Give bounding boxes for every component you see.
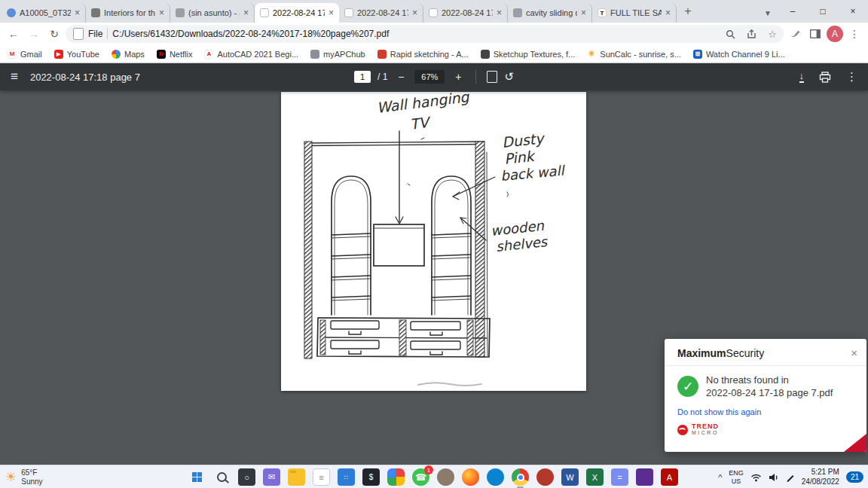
new-tab-button[interactable]: + [679,2,697,20]
maximize-button[interactable]: □ [808,0,838,23]
taskbar-app-icon[interactable] [636,468,653,486]
channel9-icon: ⊞ [693,50,702,59]
bookmark-maps[interactable]: Maps [112,50,145,59]
pdf-page-controls: 1 / 1 − 67% + ↺ [354,70,514,84]
extension-icon[interactable] [786,25,804,43]
firefox-icon[interactable] [462,468,479,486]
netflix-icon: N [157,50,166,59]
tab-close-icon[interactable]: × [329,8,334,18]
page-number-input[interactable]: 1 [354,71,371,83]
bookmark-suncalc[interactable]: ☀SunCalc - sunrise, s... [587,50,681,59]
share-icon[interactable] [743,26,760,42]
tab-5[interactable]: 2022-08-24 17:18 × [339,3,423,23]
pen-icon[interactable] [786,473,795,482]
zoom-level[interactable]: 67% [414,70,445,84]
acrobat-icon[interactable]: A [661,468,678,486]
pdf-more-icon[interactable]: ⋮ [846,70,857,84]
bookmark-myapchub[interactable]: myAPChub [310,50,365,59]
tab-6[interactable]: 2022-08-24 17:10 × [423,3,508,23]
notification-count-badge[interactable]: 21 [846,471,863,483]
clock-widget[interactable]: 5:21 PM 24/08/2022 [802,468,839,486]
bookmark-autocad[interactable]: AAutoCAD 2021 Begi... [204,50,298,59]
wifi-icon[interactable] [750,473,762,482]
tab-3[interactable]: (sin asunto) - ag × [170,3,255,23]
language-switcher[interactable]: ENG US [729,469,744,486]
taskbar-app-icon[interactable]: ∶∶ [338,468,355,486]
sun-icon: ☀ [587,50,596,59]
divider [475,70,476,84]
start-button[interactable] [188,468,206,486]
tab-close-icon[interactable]: × [665,8,671,18]
photos-app-icon[interactable] [387,468,405,486]
volume-icon[interactable] [769,473,779,482]
tab-close-icon[interactable]: × [75,8,80,18]
excel-icon[interactable]: X [586,468,604,486]
time-label: 5:21 PM [811,468,839,477]
mail-app-icon[interactable]: ✉ [263,468,280,486]
language-label: ENG [729,469,744,477]
tab-close-icon[interactable]: × [412,8,417,18]
search-button[interactable] [213,468,231,486]
bookmark-sketchup-textures[interactable]: Sketchup Textures, f... [481,50,576,59]
bookmark-netflix[interactable]: NNetflix [157,50,193,59]
tab-1[interactable]: A10005_0T322: Z × [2,3,86,23]
bookmark-youtube[interactable]: ▶YouTube [54,50,99,59]
browser-menu-icon[interactable]: ⋮ [845,25,863,43]
reload-icon[interactable]: ↻ [45,25,63,43]
pdf-toolbar: ≡ 2022-08-24 17:18 page 7 1 / 1 − 67% + … [0,63,868,90]
tab-7[interactable]: cavity sliding doo × [508,3,592,23]
bookmark-gmail[interactable]: MGmail [8,50,42,59]
tab-4-active[interactable]: 2022-08-24 17:18 × [255,3,339,23]
bookmark-channel9[interactable]: ⊞Watch Channel 9 Li... [693,50,785,59]
camera-app-icon[interactable]: ○ [238,468,255,486]
zoom-in-button[interactable]: + [451,71,465,83]
myapchub-icon [310,50,319,59]
taskbar-app-icon[interactable]: $ [362,468,380,486]
search-icon[interactable] [722,26,738,42]
weather-widget[interactable]: ☀ 65°F Sunny [5,468,43,486]
forward-icon[interactable]: → [25,25,43,43]
notification-close-icon[interactable]: × [851,346,857,359]
chrome-icon[interactable] [512,468,529,486]
taskbar-app-icon[interactable] [437,468,454,486]
temperature-label: 65°F [21,468,42,477]
whatsapp-icon[interactable]: ☎1 [412,468,429,486]
taskbar-app-icon[interactable] [487,468,504,486]
tray-expand-icon[interactable]: ^ [718,473,722,482]
tab-close-icon[interactable]: × [581,8,586,18]
back-icon[interactable]: ← [5,25,23,43]
tab-close-icon[interactable]: × [159,8,164,18]
notepad-app-icon[interactable]: ≡ [313,468,330,486]
do-not-show-link[interactable]: Do not show this again [665,401,866,416]
region-label: US [732,477,741,486]
tab-2[interactable]: Interiors for the le × [86,3,170,23]
tab-strip: A10005_0T322: Z × Interiors for the le ×… [0,0,868,23]
file-explorer-icon[interactable] [288,468,305,486]
tab-label: 2022-08-24 17:18 [273,8,325,17]
download-icon[interactable]: ↓ [799,72,805,83]
tab-favicon [7,8,16,17]
brand-bottom: MICRO [692,430,719,436]
rotate-icon[interactable]: ↺ [504,70,514,84]
bookmark-label: YouTube [67,50,99,59]
tab-close-icon[interactable]: × [243,8,249,18]
bookmark-star-icon[interactable]: ☆ [764,26,781,42]
calculator-icon[interactable]: = [611,468,628,486]
fit-page-icon[interactable] [487,71,497,83]
bookmarks-bar: MGmail ▶YouTube Maps NNetflix AAutoCAD 2… [0,45,868,63]
tab-list-chevron-icon[interactable]: ▼ [758,3,778,23]
tab-close-icon[interactable]: × [497,8,502,18]
menu-hamburger-icon[interactable]: ≡ [11,69,18,84]
tab-8[interactable]: T FULL TILE SAMPL × [592,3,677,23]
address-input[interactable]: File C:/Users/61432/Downloads/2022-08-24… [66,25,784,43]
zoom-out-button[interactable]: − [394,71,408,83]
close-window-button[interactable]: × [838,0,868,23]
taskbar-app-icon[interactable] [536,468,554,486]
search-icon [217,472,227,482]
minimize-button[interactable]: – [778,0,808,23]
side-panel-icon[interactable] [806,25,824,43]
word-icon[interactable]: W [561,468,579,486]
print-icon[interactable] [819,72,831,83]
bookmark-rapid-sketching[interactable]: Rapid sketching - A... [377,50,469,59]
profile-avatar[interactable]: A [827,26,843,42]
